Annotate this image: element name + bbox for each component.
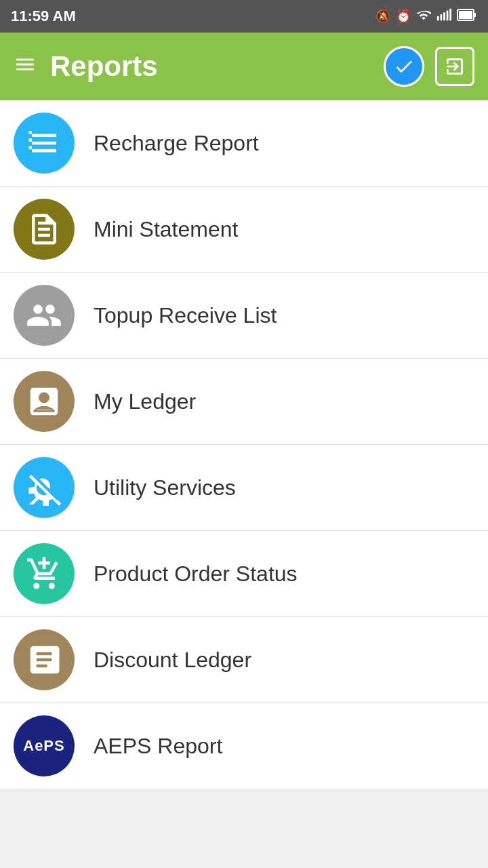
list-item[interactable]: Product Order Status [0,531,488,617]
aeps-text: AePS [23,737,64,755]
wifi-icon [416,7,431,26]
svg-rect-9 [29,138,33,142]
list-item[interactable]: Discount Ledger [0,617,488,703]
svg-rect-8 [29,131,33,134]
topup-receive-list-icon [14,285,75,346]
logout-button[interactable] [435,47,474,86]
svg-rect-3 [447,10,449,20]
product-order-status-icon [14,543,75,604]
utility-services-label: Utility Services [94,475,236,500]
mini-statement-icon [14,199,75,260]
my-ledger-icon [14,371,75,432]
svg-rect-4 [449,8,451,20]
status-icons: 🔕 ⏰ [375,7,477,26]
svg-rect-1 [441,14,443,20]
list-item[interactable]: Mini Statement [0,186,488,273]
status-time: 11:59 AM [11,7,76,25]
list-item[interactable]: AePS AEPS Report [0,703,488,789]
recharge-report-icon [14,113,75,174]
topup-receive-list-label: Topup Receive List [94,303,277,328]
signal-icon [436,7,451,26]
recharge-report-label: Recharge Report [94,131,259,156]
discount-ledger-icon [14,629,75,690]
alarm-icon: ⏰ [396,9,411,24]
discount-ledger-label: Discount Ledger [94,648,251,673]
utility-services-icon [14,457,75,518]
svg-rect-0 [437,16,439,20]
status-bar: 11:59 AM 🔕 ⏰ [0,0,488,33]
list-item[interactable]: My Ledger [0,359,488,445]
hamburger-menu-icon[interactable] [14,53,37,81]
mini-statement-label: Mini Statement [94,217,238,242]
battery-icon [457,7,477,26]
list-item[interactable]: Topup Receive List [0,273,488,359]
toolbar: Reports [0,33,488,100]
mute-icon: 🔕 [375,9,390,24]
aeps-report-label: AEPS Report [94,734,222,759]
product-order-status-label: Product Order Status [94,561,298,587]
list-item[interactable]: Recharge Report [0,100,488,186]
my-ledger-label: My Ledger [94,389,196,414]
menu-list: Recharge Report Mini Statement Topup Rec… [0,100,488,789]
aeps-report-icon: AePS [14,715,75,776]
svg-rect-6 [474,13,476,17]
list-item[interactable]: Utility Services [0,445,488,531]
confirm-button[interactable] [384,46,424,87]
svg-rect-10 [29,146,33,150]
svg-rect-2 [443,12,445,20]
svg-rect-7 [459,11,472,19]
page-title: Reports [50,50,158,83]
